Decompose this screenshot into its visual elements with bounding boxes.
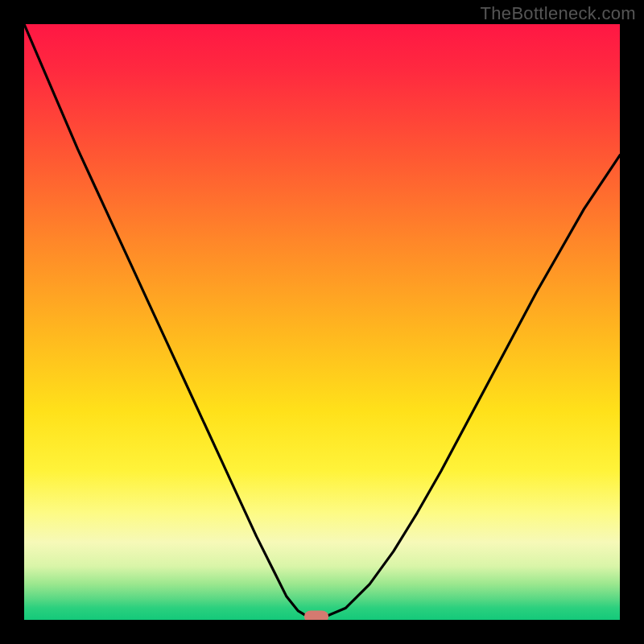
chart-frame: TheBottleneck.com	[0, 0, 644, 644]
optimal-marker	[304, 610, 328, 620]
watermark-text: TheBottleneck.com	[481, 3, 636, 24]
bottleneck-curve	[24, 24, 620, 620]
plot-area	[24, 24, 620, 620]
